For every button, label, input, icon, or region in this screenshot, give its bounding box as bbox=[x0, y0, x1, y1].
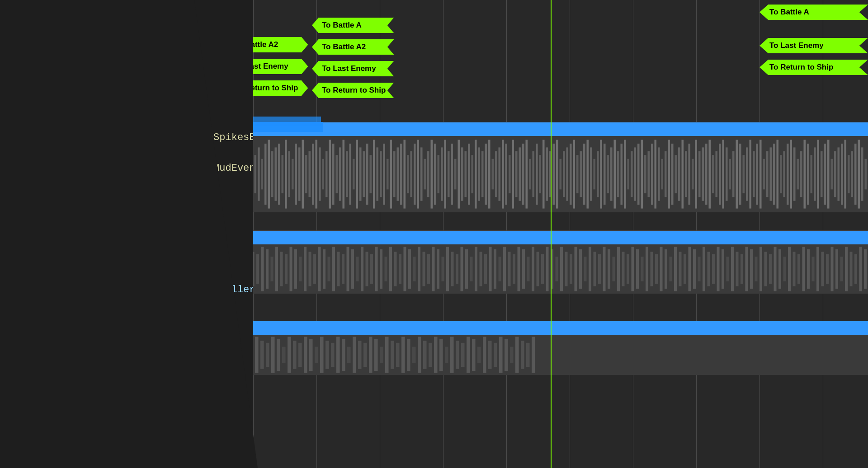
svg-rect-194 bbox=[844, 140, 847, 208]
svg-rect-216 bbox=[256, 254, 259, 284]
svg-rect-82 bbox=[465, 151, 467, 197]
ship-header: ship-pl... bbox=[190, 321, 868, 335]
svg-rect-27 bbox=[278, 144, 280, 205]
svg-rect-54 bbox=[370, 155, 372, 193]
svg-rect-174 bbox=[777, 140, 779, 208]
svg-rect-190 bbox=[831, 159, 833, 190]
svg-rect-67 bbox=[414, 144, 416, 205]
svg-rect-332 bbox=[807, 249, 810, 289]
svg-rect-103 bbox=[536, 144, 538, 205]
svg-rect-62 bbox=[397, 147, 399, 201]
svg-rect-129 bbox=[624, 140, 626, 208]
svg-rect-344 bbox=[864, 249, 867, 289]
svg-rect-193 bbox=[841, 144, 843, 205]
svg-rect-377 bbox=[358, 341, 362, 369]
svg-rect-380 bbox=[374, 339, 378, 371]
svg-rect-364 bbox=[288, 337, 291, 373]
svg-rect-142 bbox=[668, 140, 670, 208]
svg-rect-236 bbox=[351, 249, 354, 289]
svg-rect-382 bbox=[385, 337, 389, 373]
right-battle-a-button[interactable]: To Battle A bbox=[760, 5, 868, 20]
svg-rect-408 bbox=[526, 343, 530, 367]
svg-rect-47 bbox=[346, 151, 348, 197]
svg-rect-113 bbox=[570, 144, 572, 205]
svg-rect-180 bbox=[797, 159, 799, 190]
svg-rect-378 bbox=[363, 343, 367, 367]
svg-rect-331 bbox=[802, 247, 805, 291]
svg-rect-95 bbox=[509, 155, 511, 193]
svg-rect-58 bbox=[383, 144, 386, 205]
svg-rect-29 bbox=[285, 140, 287, 208]
svg-rect-267 bbox=[499, 257, 501, 281]
svg-rect-87 bbox=[481, 151, 484, 197]
svg-rect-298 bbox=[646, 247, 648, 291]
svg-rect-181 bbox=[800, 151, 802, 197]
svg-rect-157 bbox=[719, 144, 721, 205]
svg-rect-283 bbox=[575, 247, 577, 291]
svg-rect-200 bbox=[865, 159, 867, 190]
mid-last-enemy-button[interactable]: To Last Enemy bbox=[312, 61, 394, 76]
svg-rect-175 bbox=[780, 155, 782, 193]
svg-rect-38 bbox=[316, 140, 318, 208]
right-last-enemy-button[interactable]: To Last Enemy bbox=[760, 38, 868, 53]
svg-rect-222 bbox=[285, 254, 288, 284]
svg-rect-81 bbox=[461, 147, 463, 201]
svg-rect-119 bbox=[590, 147, 592, 201]
svg-rect-301 bbox=[660, 247, 663, 291]
segment-a2-track: SegmentA2 // Generate waveform bars inli… bbox=[190, 122, 868, 212]
svg-rect-156 bbox=[716, 151, 718, 197]
right-return-ship-button[interactable]: To Return to Ship bbox=[760, 60, 868, 75]
svg-rect-166 bbox=[750, 140, 752, 208]
svg-rect-37 bbox=[312, 144, 314, 205]
svg-rect-300 bbox=[655, 254, 658, 284]
mid-battle-a-button[interactable]: To Battle A bbox=[312, 18, 394, 33]
svg-rect-229 bbox=[318, 247, 321, 291]
svg-rect-328 bbox=[788, 247, 791, 291]
svg-rect-286 bbox=[589, 247, 591, 291]
svg-rect-379 bbox=[369, 337, 373, 373]
svg-rect-246 bbox=[399, 254, 401, 284]
svg-rect-161 bbox=[732, 151, 735, 197]
svg-rect-265 bbox=[489, 247, 492, 291]
svg-rect-366 bbox=[298, 343, 302, 367]
svg-rect-363 bbox=[282, 347, 286, 363]
svg-rect-239 bbox=[366, 252, 368, 286]
svg-rect-264 bbox=[484, 254, 487, 284]
svg-rect-163 bbox=[739, 144, 741, 205]
svg-rect-275 bbox=[537, 252, 539, 286]
svg-rect-250 bbox=[418, 247, 420, 291]
svg-rect-235 bbox=[347, 247, 349, 291]
svg-rect-287 bbox=[594, 252, 596, 286]
code-line-9: cedSound(SoundManager.Instance.TrapMudEv… bbox=[5, 161, 249, 176]
svg-rect-371 bbox=[326, 341, 329, 369]
svg-rect-178 bbox=[790, 140, 793, 208]
svg-rect-305 bbox=[679, 252, 682, 286]
svg-rect-405 bbox=[510, 347, 514, 363]
svg-rect-120 bbox=[594, 159, 596, 190]
svg-rect-339 bbox=[840, 257, 843, 281]
svg-rect-169 bbox=[760, 140, 762, 208]
svg-rect-28 bbox=[282, 155, 284, 193]
mid-return-ship-button[interactable]: To Return to Ship bbox=[312, 83, 394, 98]
svg-rect-259 bbox=[461, 247, 463, 291]
svg-rect-35 bbox=[305, 155, 307, 193]
code-line-2: n = other.transform.position; bbox=[5, 15, 249, 31]
svg-rect-105 bbox=[542, 140, 545, 208]
svg-rect-322 bbox=[760, 247, 762, 291]
svg-rect-308 bbox=[693, 249, 696, 289]
svg-rect-402 bbox=[494, 343, 497, 367]
svg-rect-293 bbox=[622, 252, 625, 286]
svg-rect-63 bbox=[400, 144, 402, 205]
svg-rect-403 bbox=[499, 337, 503, 373]
svg-rect-78 bbox=[451, 144, 453, 205]
svg-rect-375 bbox=[347, 347, 351, 363]
svg-rect-66 bbox=[410, 151, 413, 197]
svg-rect-165 bbox=[746, 147, 748, 201]
svg-rect-227 bbox=[309, 252, 311, 286]
svg-rect-126 bbox=[614, 140, 616, 208]
svg-rect-128 bbox=[621, 144, 623, 205]
svg-rect-335 bbox=[821, 252, 824, 286]
svg-rect-52 bbox=[363, 151, 365, 197]
svg-rect-330 bbox=[797, 254, 800, 284]
mid-battle-a2-button[interactable]: To Battle A2 bbox=[312, 39, 394, 55]
